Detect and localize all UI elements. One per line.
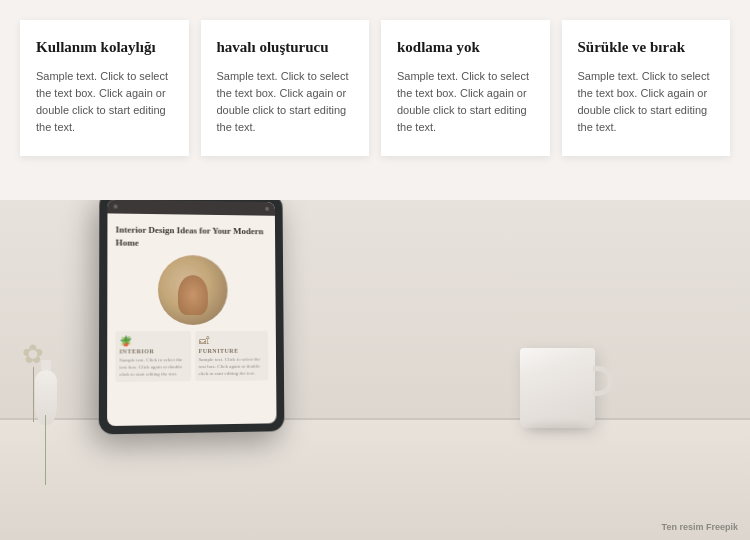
card-2[interactable]: havalı oluşturucu Sample text. Click to … xyxy=(201,20,370,156)
card-1-title: Kullanım kolaylığı xyxy=(36,38,173,58)
cards-container: Kullanım kolaylığı Sample text. Click to… xyxy=(20,20,730,156)
tablet-hero-text: Interior Design Ideas for Your Modern Ho… xyxy=(116,224,268,251)
mug xyxy=(520,348,595,428)
attribution: Ten resim Freepik xyxy=(662,522,738,532)
card-3-title: kodlama yok xyxy=(397,38,534,58)
tablet-grid-label-2: FURNITURE xyxy=(199,348,265,354)
stem-left xyxy=(45,415,46,485)
tablet-grid-label-1: INTERIOR xyxy=(119,348,186,354)
tablet-bottom-grid: 🪴 INTERIOR Sample text. Click to select … xyxy=(115,331,268,382)
attribution-prefix: Ten resim xyxy=(662,522,704,532)
mug-shadow xyxy=(525,424,590,432)
tablet-grid-text-2: Sample text. Click to select the text bo… xyxy=(199,356,265,378)
attribution-source: Freepik xyxy=(706,522,738,532)
tablet: Interior Design Ideas for Your Modern Ho… xyxy=(99,200,285,434)
card-4-text: Sample text. Click to select the text bo… xyxy=(578,68,715,136)
card-2-text: Sample text. Click to select the text bo… xyxy=(217,68,354,136)
card-3[interactable]: kodlama yok Sample text. Click to select… xyxy=(381,20,550,156)
card-4[interactable]: Sürükle ve bırak Sample text. Click to s… xyxy=(562,20,731,156)
table-surface xyxy=(0,420,750,540)
tablet-screen: Interior Design Ideas for Your Modern Ho… xyxy=(107,200,276,426)
card-1-text: Sample text. Click to select the text bo… xyxy=(36,68,173,136)
vase-body xyxy=(35,370,57,425)
dandelion-stem xyxy=(33,367,34,422)
tablet-content: Interior Design Ideas for Your Modern Ho… xyxy=(107,213,276,388)
tablet-grid-item-1: 🪴 INTERIOR Sample text. Click to select … xyxy=(115,331,190,382)
tablet-grid-item-2: 🛋 FURNITURE Sample text. Click to select… xyxy=(195,331,269,381)
tablet-dot-1 xyxy=(114,205,118,209)
vase-neck xyxy=(41,360,51,370)
vase-left xyxy=(35,360,57,425)
tablet-dot-2 xyxy=(265,207,269,211)
card-4-title: Sürükle ve bırak xyxy=(578,38,715,58)
card-3-text: Sample text. Click to select the text bo… xyxy=(397,68,534,136)
card-2-title: havalı oluşturucu xyxy=(217,38,354,58)
scene: ✿ Interior Design Ideas for Your Modern … xyxy=(0,200,750,540)
tablet-image xyxy=(157,255,227,325)
tablet-grid-text-1: Sample text. Click to select the text bo… xyxy=(119,356,186,378)
mug-body xyxy=(520,348,595,428)
furniture-icon: 🛋 xyxy=(199,335,265,346)
card-1[interactable]: Kullanım kolaylığı Sample text. Click to… xyxy=(20,20,189,156)
interior-icon: 🪴 xyxy=(119,335,186,346)
